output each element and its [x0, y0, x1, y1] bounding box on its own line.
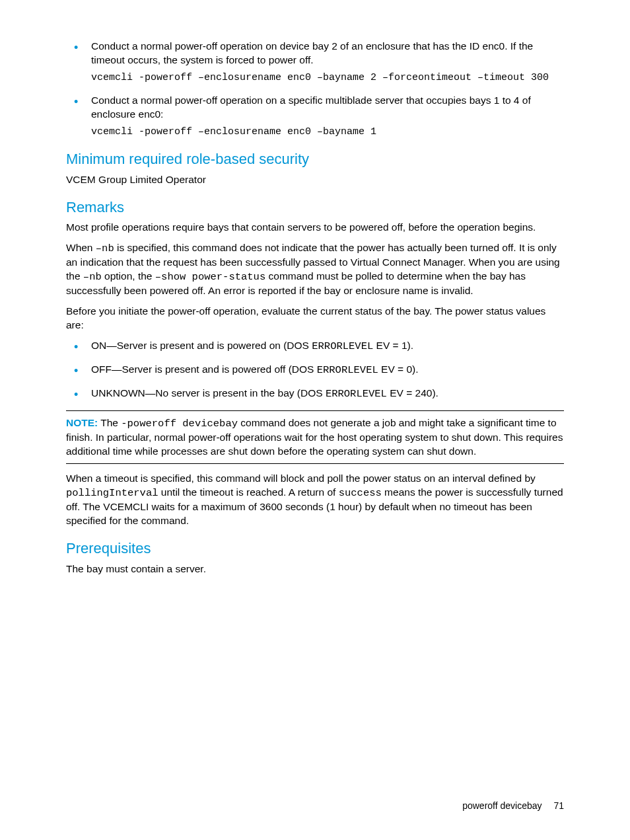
text: EV = 0).: [378, 363, 419, 375]
inline-code: –nb: [96, 243, 114, 254]
text: ON—Server is present and is powered on (…: [91, 340, 312, 351]
bullet-text: Conduct a normal power-off operation on …: [91, 95, 531, 120]
inline-code: ERRORLEVEL: [312, 340, 373, 352]
remarks-p1: Most profile operations require bays tha…: [66, 221, 564, 235]
list-item: Conduct a normal power-off operation on …: [66, 94, 564, 139]
prereq-body: The bay must contain a server.: [66, 562, 564, 576]
text: EV = 1).: [373, 340, 413, 351]
text: The: [98, 417, 121, 428]
afternote-p: When a timeout is specified, this comman…: [66, 472, 564, 528]
inline-code: pollingInterval: [66, 487, 158, 499]
prereq-heading: Prerequisites: [66, 539, 564, 558]
remarks-p3: Before you initiate the power-off operat…: [66, 305, 564, 332]
text: When: [66, 242, 96, 253]
note-block: NOTE: The -poweroff devicebay command do…: [66, 410, 564, 465]
inline-code: ERRORLEVEL: [326, 388, 387, 400]
inline-code: –show power-status: [155, 271, 265, 283]
page-number: 71: [553, 800, 564, 811]
bullet-text: Conduct a normal power-off operation on …: [91, 40, 533, 65]
text: until the timeout is reached. A return o…: [158, 486, 339, 498]
inline-code: ERRORLEVEL: [317, 364, 378, 376]
code-block: vcemcli -poweroff –enclosurename enc0 –b…: [91, 126, 564, 139]
example-list: Conduct a normal power-off operation on …: [66, 40, 564, 139]
list-item: ON—Server is present and is powered on (…: [66, 339, 564, 354]
remarks-heading: Remarks: [66, 198, 564, 217]
text: When a timeout is specified, this comman…: [66, 473, 536, 484]
page-footer: poweroff devicebay 71: [462, 800, 564, 812]
inline-code: success: [339, 487, 382, 499]
list-item: OFF—Server is present and is powered off…: [66, 363, 564, 377]
inline-code: -poweroff devicebay: [121, 418, 238, 430]
security-heading: Minimum required role-based security: [66, 149, 564, 169]
security-body: VCEM Group Limited Operator: [66, 173, 564, 187]
text: UNKNOWN—No server is present in the bay …: [91, 387, 326, 399]
footer-title: poweroff devicebay: [462, 800, 542, 811]
remarks-p2: When –nb is specified, this command does…: [66, 241, 564, 298]
inline-code: –nb: [83, 271, 102, 283]
text: OFF—Server is present and is powered off…: [91, 363, 317, 375]
code-block: vcemcli -poweroff –enclosurename enc0 –b…: [91, 71, 564, 85]
list-item: Conduct a normal power-off operation on …: [66, 40, 564, 85]
list-item: UNKNOWN—No server is present in the bay …: [66, 387, 564, 401]
text: option, the: [102, 270, 155, 282]
status-list: ON—Server is present and is powered on (…: [66, 339, 564, 401]
note-label: NOTE:: [66, 417, 98, 428]
text: EV = 240).: [387, 387, 438, 399]
